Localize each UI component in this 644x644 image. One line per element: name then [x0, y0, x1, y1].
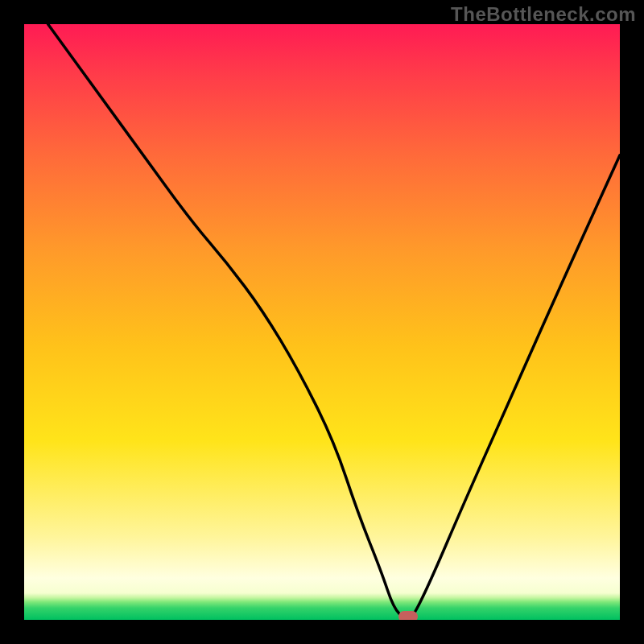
plot-area	[24, 24, 620, 620]
curve-path	[48, 24, 620, 620]
bottleneck-curve	[24, 24, 620, 620]
optimum-marker	[398, 611, 418, 620]
watermark-text: TheBottleneck.com	[451, 3, 636, 26]
chart-frame: TheBottleneck.com	[0, 0, 644, 644]
